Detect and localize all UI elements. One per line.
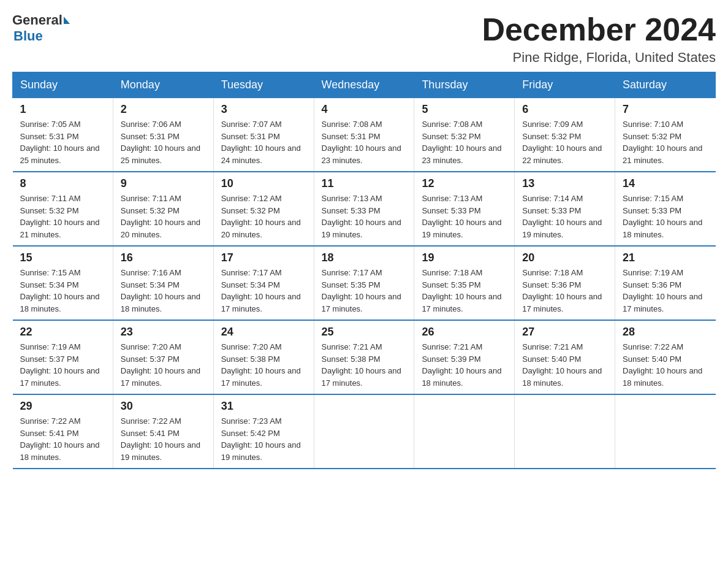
day-number: 29 bbox=[20, 400, 105, 413]
sunset-text: Sunset: 5:37 PM bbox=[20, 354, 79, 364]
daylight-text: Daylight: 10 hours and 17 minutes. bbox=[322, 366, 401, 388]
day-info: Sunrise: 7:11 AMSunset: 5:32 PMDaylight:… bbox=[20, 193, 105, 240]
day-info: Sunrise: 7:06 AMSunset: 5:31 PMDaylight:… bbox=[121, 118, 206, 166]
calendar-body: 1Sunrise: 7:05 AMSunset: 5:31 PMDaylight… bbox=[13, 98, 716, 469]
daylight-text: Daylight: 10 hours and 21 minutes. bbox=[623, 144, 702, 165]
day-info: Sunrise: 7:23 AMSunset: 5:42 PMDaylight:… bbox=[221, 415, 306, 463]
sunrise-text: Sunrise: 7:17 AM bbox=[221, 268, 282, 277]
daylight-text: Daylight: 10 hours and 17 minutes. bbox=[522, 292, 602, 313]
day-info: Sunrise: 7:21 AMSunset: 5:39 PMDaylight:… bbox=[422, 341, 507, 389]
day-cell-8: 8Sunrise: 7:11 AMSunset: 5:32 PMDaylight… bbox=[13, 172, 113, 246]
daylight-text: Daylight: 10 hours and 19 minutes. bbox=[121, 440, 200, 462]
sunrise-text: Sunrise: 7:18 AM bbox=[522, 268, 583, 277]
sunset-text: Sunset: 5:32 PM bbox=[20, 206, 79, 215]
day-number: 16 bbox=[121, 251, 206, 264]
sunrise-text: Sunrise: 7:21 AM bbox=[422, 342, 482, 351]
day-number: 20 bbox=[522, 251, 607, 264]
daylight-text: Daylight: 10 hours and 25 minutes. bbox=[121, 144, 200, 165]
day-info: Sunrise: 7:17 AMSunset: 5:35 PMDaylight:… bbox=[322, 267, 407, 315]
day-info: Sunrise: 7:17 AMSunset: 5:34 PMDaylight:… bbox=[221, 267, 306, 315]
day-info: Sunrise: 7:18 AMSunset: 5:35 PMDaylight:… bbox=[422, 267, 507, 315]
day-number: 28 bbox=[623, 326, 708, 339]
day-number: 26 bbox=[422, 326, 507, 339]
day-cell-24: 24Sunrise: 7:20 AMSunset: 5:38 PMDayligh… bbox=[213, 320, 314, 394]
sunset-text: Sunset: 5:34 PM bbox=[121, 280, 180, 289]
sunset-text: Sunset: 5:40 PM bbox=[623, 354, 681, 364]
day-info: Sunrise: 7:14 AMSunset: 5:33 PMDaylight:… bbox=[522, 193, 607, 240]
day-info: Sunrise: 7:18 AMSunset: 5:36 PMDaylight:… bbox=[522, 267, 607, 315]
day-info: Sunrise: 7:13 AMSunset: 5:33 PMDaylight:… bbox=[322, 193, 407, 240]
day-cell-22: 22Sunrise: 7:19 AMSunset: 5:37 PMDayligh… bbox=[13, 320, 113, 394]
day-cell-27: 27Sunrise: 7:21 AMSunset: 5:40 PMDayligh… bbox=[515, 320, 615, 394]
day-cell-23: 23Sunrise: 7:20 AMSunset: 5:37 PMDayligh… bbox=[113, 320, 213, 394]
day-cell-20: 20Sunrise: 7:18 AMSunset: 5:36 PMDayligh… bbox=[515, 246, 615, 320]
sunrise-text: Sunrise: 7:07 AM bbox=[221, 120, 282, 129]
day-cell-18: 18Sunrise: 7:17 AMSunset: 5:35 PMDayligh… bbox=[314, 246, 414, 320]
daylight-text: Daylight: 10 hours and 18 minutes. bbox=[522, 366, 602, 388]
day-number: 12 bbox=[422, 177, 507, 190]
day-cell-30: 30Sunrise: 7:22 AMSunset: 5:41 PMDayligh… bbox=[113, 394, 213, 469]
sunset-text: Sunset: 5:35 PM bbox=[422, 280, 480, 289]
sunrise-text: Sunrise: 7:15 AM bbox=[20, 268, 81, 277]
title-section: December 2024 Pine Ridge, Florida, Unite… bbox=[482, 12, 716, 66]
sunset-text: Sunset: 5:36 PM bbox=[623, 280, 681, 289]
day-cell-empty bbox=[414, 394, 515, 469]
day-info: Sunrise: 7:11 AMSunset: 5:32 PMDaylight:… bbox=[121, 193, 206, 240]
logo-blue: Blue bbox=[13, 28, 43, 44]
day-number: 9 bbox=[121, 177, 206, 190]
day-cell-3: 3Sunrise: 7:07 AMSunset: 5:31 PMDaylight… bbox=[213, 98, 314, 172]
day-cell-2: 2Sunrise: 7:06 AMSunset: 5:31 PMDaylight… bbox=[113, 98, 213, 172]
sunrise-text: Sunrise: 7:22 AM bbox=[121, 416, 181, 426]
daylight-text: Daylight: 10 hours and 17 minutes. bbox=[623, 292, 702, 313]
sunrise-text: Sunrise: 7:20 AM bbox=[121, 342, 181, 351]
day-number: 22 bbox=[20, 326, 105, 339]
day-cell-25: 25Sunrise: 7:21 AMSunset: 5:38 PMDayligh… bbox=[314, 320, 414, 394]
calendar-subtitle: Pine Ridge, Florida, United States bbox=[482, 50, 716, 66]
sunset-text: Sunset: 5:31 PM bbox=[221, 132, 280, 141]
day-info: Sunrise: 7:20 AMSunset: 5:37 PMDaylight:… bbox=[121, 341, 206, 389]
daylight-text: Daylight: 10 hours and 17 minutes. bbox=[322, 292, 401, 313]
sunset-text: Sunset: 5:32 PM bbox=[623, 132, 681, 141]
header-cell-sunday: Sunday bbox=[13, 72, 113, 98]
daylight-text: Daylight: 10 hours and 18 minutes. bbox=[623, 218, 702, 239]
day-number: 6 bbox=[522, 103, 607, 116]
day-info: Sunrise: 7:20 AMSunset: 5:38 PMDaylight:… bbox=[221, 341, 306, 389]
daylight-text: Daylight: 10 hours and 17 minutes. bbox=[221, 366, 301, 388]
daylight-text: Daylight: 10 hours and 23 minutes. bbox=[422, 144, 501, 165]
sunrise-text: Sunrise: 7:21 AM bbox=[322, 342, 382, 351]
day-info: Sunrise: 7:12 AMSunset: 5:32 PMDaylight:… bbox=[221, 193, 306, 240]
sunset-text: Sunset: 5:42 PM bbox=[221, 429, 280, 438]
sunrise-text: Sunrise: 7:15 AM bbox=[623, 194, 683, 203]
sunset-text: Sunset: 5:31 PM bbox=[322, 132, 381, 141]
calendar-title: December 2024 bbox=[482, 12, 716, 47]
header-cell-tuesday: Tuesday bbox=[213, 72, 314, 98]
day-cell-15: 15Sunrise: 7:15 AMSunset: 5:34 PMDayligh… bbox=[13, 246, 113, 320]
sunrise-text: Sunrise: 7:19 AM bbox=[20, 342, 81, 351]
day-number: 17 bbox=[221, 251, 306, 264]
sunrise-text: Sunrise: 7:06 AM bbox=[121, 120, 181, 129]
sunset-text: Sunset: 5:32 PM bbox=[522, 132, 581, 141]
day-number: 13 bbox=[522, 177, 607, 190]
day-info: Sunrise: 7:19 AMSunset: 5:36 PMDaylight:… bbox=[623, 267, 708, 315]
day-cell-4: 4Sunrise: 7:08 AMSunset: 5:31 PMDaylight… bbox=[314, 98, 414, 172]
sunrise-text: Sunrise: 7:11 AM bbox=[20, 194, 81, 203]
sunset-text: Sunset: 5:33 PM bbox=[422, 206, 480, 215]
sunset-text: Sunset: 5:32 PM bbox=[121, 206, 180, 215]
sunrise-text: Sunrise: 7:08 AM bbox=[322, 120, 382, 129]
day-number: 5 bbox=[422, 103, 507, 116]
day-number: 15 bbox=[20, 251, 105, 264]
day-number: 3 bbox=[221, 103, 306, 116]
sunset-text: Sunset: 5:34 PM bbox=[221, 280, 280, 289]
day-number: 24 bbox=[221, 326, 306, 339]
daylight-text: Daylight: 10 hours and 19 minutes. bbox=[322, 218, 401, 239]
day-info: Sunrise: 7:22 AMSunset: 5:40 PMDaylight:… bbox=[623, 341, 708, 389]
daylight-text: Daylight: 10 hours and 17 minutes. bbox=[422, 292, 501, 313]
sunset-text: Sunset: 5:34 PM bbox=[20, 280, 79, 289]
day-number: 4 bbox=[322, 103, 407, 116]
day-number: 8 bbox=[20, 177, 105, 190]
daylight-text: Daylight: 10 hours and 18 minutes. bbox=[20, 292, 100, 313]
day-cell-10: 10Sunrise: 7:12 AMSunset: 5:32 PMDayligh… bbox=[213, 172, 314, 246]
sunrise-text: Sunrise: 7:10 AM bbox=[623, 120, 683, 129]
calendar-table: SundayMondayTuesdayWednesdayThursdayFrid… bbox=[12, 72, 716, 469]
day-number: 27 bbox=[522, 326, 607, 339]
